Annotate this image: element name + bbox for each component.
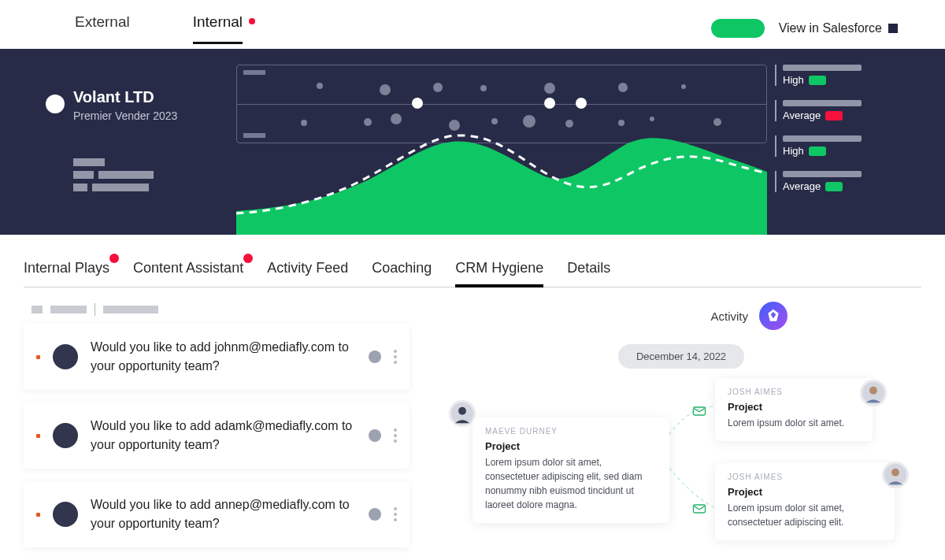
kebab-menu-icon[interactable]	[394, 428, 397, 443]
avatar	[882, 462, 909, 488]
avatar	[860, 380, 887, 406]
tab-crm-hygiene[interactable]: CRM Hygiene	[455, 260, 543, 287]
message-body: Lorem ipsum dolor sit amet.	[728, 416, 860, 430]
priority-bullet-icon	[36, 355, 40, 359]
tab-activity-feed[interactable]: Activity Feed	[267, 260, 348, 287]
card-text: Would you like to add johnm@mediafly.com…	[91, 338, 356, 376]
card-text: Would you like to add annep@mediafly.com…	[91, 495, 356, 533]
meter-average-1: Average	[783, 100, 923, 121]
meter-label: Average	[783, 180, 821, 192]
tab-content-assistant[interactable]: Content Assistant	[133, 260, 243, 287]
meter-high-1: High	[783, 65, 923, 86]
suggestion-card[interactable]: Would you like to add adamk@mediafly.com…	[24, 402, 410, 469]
company-subtitle: Premier Vender 2023	[73, 109, 236, 122]
message-title: Project	[728, 486, 882, 498]
suggestion-card[interactable]: Would you like to add johnm@mediafly.com…	[24, 324, 410, 390]
suggestion-card[interactable]: Would you like to add annep@mediafly.com…	[24, 481, 410, 547]
view-in-salesforce-link[interactable]: View in Salesforce	[779, 21, 898, 35]
svg-point-4	[891, 469, 899, 477]
hero-chart-area	[236, 49, 773, 235]
svg-rect-1	[694, 407, 706, 415]
message-body: Lorem ipsum dolor sit amet, consectetuer…	[485, 455, 657, 512]
user-avatar	[53, 502, 78, 527]
activity-date-pill: December 14, 2022	[618, 344, 744, 369]
indicator-dot-icon	[109, 254, 119, 263]
tab-label: Content Assistant	[133, 260, 243, 276]
tab-label: Details	[567, 260, 610, 276]
tab-label: External	[75, 13, 130, 30]
tab-external[interactable]: External	[75, 13, 130, 44]
message-title: Project	[485, 440, 657, 452]
meter-average-2: Average	[783, 171, 923, 192]
scope-tabs: External Internal	[75, 13, 243, 44]
message-author: JOSH AIMES	[728, 473, 882, 481]
message-author: MAEVE DURNEY	[485, 427, 657, 436]
legend-stubs	[73, 158, 236, 191]
detail-tabs: Internal Plays Content Assistant Activit…	[24, 260, 921, 287]
tab-details[interactable]: Details	[567, 260, 610, 287]
link-label: View in Salesforce	[779, 21, 882, 35]
meter-stack: High Average High Average	[773, 49, 945, 235]
user-avatar	[53, 344, 78, 369]
tab-label: Coaching	[372, 260, 432, 276]
mail-icon	[691, 501, 707, 517]
meter-label: High	[783, 145, 804, 157]
meter-label: Average	[783, 109, 821, 121]
user-avatar	[53, 423, 78, 448]
status-pill[interactable]	[711, 19, 765, 38]
meter-chip	[809, 76, 826, 85]
hero-panel: Volant LTD Premier Vender 2023	[0, 49, 945, 235]
tab-coaching[interactable]: Coaching	[372, 260, 432, 287]
card-text: Would you like to add adamk@mediafly.com…	[91, 417, 356, 454]
meter-high-2: High	[783, 135, 923, 157]
company-name: Volant LTD	[73, 88, 236, 106]
message-title: Project	[728, 401, 860, 413]
kebab-menu-icon[interactable]	[394, 350, 397, 364]
external-icon	[888, 24, 898, 33]
kebab-menu-icon[interactable]	[394, 507, 397, 521]
tab-label: Internal	[193, 13, 243, 30]
filter-placeholder	[24, 297, 410, 324]
message-body: Lorem ipsum dolor sit amet, consectetuer…	[728, 501, 882, 529]
priority-bullet-icon	[36, 513, 40, 517]
scatter-strip	[236, 65, 767, 143]
meter-label: High	[783, 74, 804, 86]
svg-point-3	[869, 387, 877, 395]
tab-internal[interactable]: Internal	[193, 13, 243, 44]
tab-label: Activity Feed	[267, 260, 348, 276]
svg-point-0	[458, 407, 466, 415]
status-icon	[369, 429, 381, 442]
meter-chip	[809, 146, 826, 156]
priority-bullet-icon	[36, 434, 40, 438]
status-icon	[369, 350, 381, 363]
indicator-dot-icon	[243, 254, 253, 263]
tab-label: CRM Hygiene	[455, 260, 543, 276]
activity-message[interactable]: JOSH AIMES Project Lorem ipsum dolor sit…	[715, 378, 873, 441]
svg-rect-2	[694, 505, 706, 513]
activity-heading: Activity	[710, 310, 748, 323]
meter-chip	[825, 111, 843, 121]
activity-message[interactable]: MAEVE DURNEY Project Lorem ipsum dolor s…	[472, 417, 669, 523]
message-author: JOSH AIMES	[728, 388, 860, 396]
meter-chip	[825, 182, 843, 191]
tab-internal-plays[interactable]: Internal Plays	[24, 260, 109, 287]
mail-icon	[691, 403, 707, 419]
brand-badge-icon	[759, 302, 788, 330]
activity-message[interactable]: JOSH AIMES Project Lorem ipsum dolor sit…	[715, 463, 895, 540]
company-avatar	[46, 95, 65, 113]
tab-label: Internal Plays	[24, 260, 109, 276]
indicator-dot-icon	[249, 18, 255, 24]
activity-feed: MAEVE DURNEY Project Lorem ipsum dolor s…	[441, 384, 921, 560]
area-chart	[236, 132, 767, 235]
status-icon	[369, 508, 381, 521]
